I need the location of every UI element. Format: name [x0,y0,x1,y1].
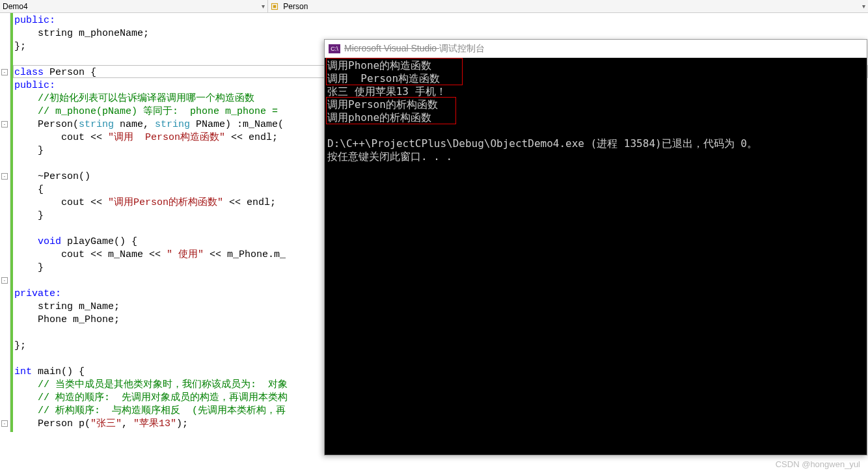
scope-dropdown-left[interactable]: Demo4 ▾ [0,0,268,12]
class-label: Person [283,2,308,11]
console-icon: C:\ [329,44,340,53]
scope-dropdown-right[interactable]: Person ▾ [268,0,868,12]
svg-rect-1 [273,5,277,8]
class-icon [271,3,278,10]
fold-toggle[interactable]: - [1,69,8,75]
navigation-bar: Demo4 ▾ Person ▾ [0,0,868,13]
chevron-down-icon: ▾ [862,3,865,10]
fold-gutter[interactable]: - - - - - [0,13,10,432]
fold-toggle[interactable]: - [1,121,8,128]
console-titlebar[interactable]: C:\ Microsoft Visual Studio 调试控制台 [325,40,867,58]
chevron-down-icon: ▾ [262,3,265,10]
fold-toggle[interactable]: - [1,420,8,427]
watermark: CSDN @hongwen_yul [776,459,860,469]
scope-label: Demo4 [3,2,28,11]
debug-console-window[interactable]: C:\ Microsoft Visual Studio 调试控制台 调用Phon… [324,39,867,455]
fold-toggle[interactable]: - [1,277,8,284]
console-title: Microsoft Visual Studio 调试控制台 [344,43,485,55]
fold-toggle[interactable]: - [1,173,8,180]
console-output[interactable]: 调用Phone的构造函数 调用 Person构造函数 张三 使用苹果13 手机！… [325,58,867,455]
